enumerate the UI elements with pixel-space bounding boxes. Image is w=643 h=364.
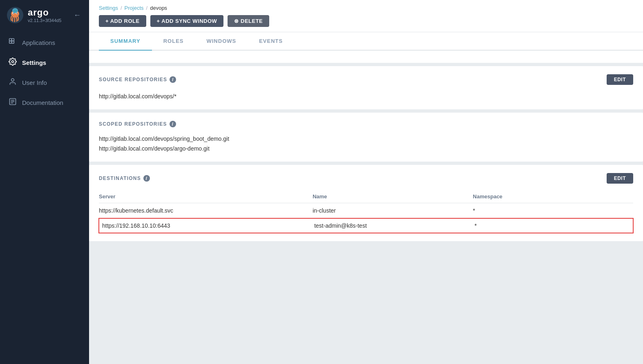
destinations-title-text: DESTINATIONS (99, 175, 141, 181)
documentation-icon (8, 98, 17, 108)
delete-button[interactable]: ⊗ DELETE (228, 15, 269, 27)
svg-point-12 (12, 61, 14, 63)
source-repos-edit-button[interactable]: EDIT (607, 74, 633, 85)
svg-point-4 (13, 13, 14, 13)
breadcrumb-projects[interactable]: Projects (125, 5, 144, 11)
app-name: argo (28, 7, 61, 18)
table-row: https://192.168.10.10:6443 test-admin@k8… (99, 218, 633, 233)
breadcrumb-current: devops (150, 5, 167, 11)
main-area: Settings / Projects / devops + ADD ROLE … (89, 0, 643, 364)
sidebar-item-documentation[interactable]: Documentation (0, 93, 89, 113)
content-area: SOURCE REPOSITORIES i EDIT http://gitlab… (89, 51, 643, 364)
app-version: v2.11.3+3f344d5 (28, 18, 61, 23)
breadcrumb-settings[interactable]: Settings (99, 5, 118, 11)
destinations-edit-button[interactable]: EDIT (607, 173, 633, 184)
user-icon (8, 78, 17, 88)
source-repos-title: SOURCE REPOSITORIES i (99, 76, 176, 83)
svg-point-7 (13, 9, 17, 13)
sidebar-applications-label: Applications (22, 39, 55, 46)
logo-text: argo v2.11.3+3f344d5 (28, 7, 61, 23)
destinations-panel: DESTINATIONS i EDIT Server Name Namespac… (89, 165, 643, 241)
scoped-repos-title-text: SCOPED REPOSITORIES (99, 121, 167, 127)
source-repos-panel: SOURCE REPOSITORIES i EDIT http://gitlab… (89, 66, 643, 109)
add-sync-window-button[interactable]: + ADD SYNC WINDOW (150, 15, 224, 27)
sidebar: argo v2.11.3+3f344d5 ← Applications (0, 0, 89, 364)
dest-server-0: https://kubernetes.default.svc (99, 203, 313, 218)
destinations-table-head: Server Name Namespace (99, 190, 633, 203)
destinations-header: DESTINATIONS i EDIT (89, 165, 643, 190)
top-spacer-panel (89, 51, 643, 63)
logo-area: argo v2.11.3+3f344d5 ← (0, 0, 89, 29)
sidebar-settings-label: Settings (22, 59, 46, 66)
source-repos-info-icon[interactable]: i (170, 76, 176, 83)
dest-ns-1: * (473, 218, 633, 233)
breadcrumb-sep-2: / (146, 5, 148, 11)
svg-point-13 (11, 79, 14, 82)
tabs-bar: SUMMARY ROLES WINDOWS EVENTS (89, 32, 643, 51)
topbar-actions: + ADD ROLE + ADD SYNC WINDOW ⊗ DELETE (99, 15, 633, 27)
svg-rect-9 (12, 39, 14, 41)
scoped-repo-value-0: http://gitlab.local.com/devops/spring_bo… (99, 134, 633, 144)
scoped-repos-title: SCOPED REPOSITORIES i (99, 121, 176, 127)
dest-ns-0: * (473, 203, 633, 218)
svg-point-5 (16, 13, 17, 13)
breadcrumb-sep-1: / (121, 5, 122, 11)
svg-rect-8 (9, 39, 12, 41)
col-header-server: Server (99, 190, 313, 203)
destinations-info-icon[interactable]: i (143, 175, 150, 182)
scoped-repos-body: http://gitlab.local.com/devops/spring_bo… (89, 134, 643, 162)
svg-rect-11 (12, 41, 14, 43)
table-row: https://kubernetes.default.svc in-cluste… (99, 203, 633, 218)
scoped-repos-info-icon[interactable]: i (170, 121, 176, 127)
dest-server-1: https://192.168.10.10:6443 (99, 218, 313, 233)
col-header-namespace: Namespace (473, 190, 633, 203)
sidebar-item-userinfo[interactable]: User Info (0, 73, 89, 93)
destinations-body: Server Name Namespace https://kubernetes… (89, 190, 643, 241)
sidebar-nav: Applications Settings User Info (0, 29, 89, 113)
argo-logo-icon (7, 7, 24, 24)
breadcrumb: Settings / Projects / devops (99, 5, 633, 11)
scoped-repo-value-1: http://gitlab.local.com/devops/argo-demo… (99, 144, 633, 153)
scoped-repos-panel: SCOPED REPOSITORIES i http://gitlab.loca… (89, 113, 643, 162)
back-button[interactable]: ← (72, 9, 83, 21)
source-repo-value-0: http://gitlab.local.com/devops/* (99, 91, 633, 101)
destinations-table: Server Name Namespace https://kubernetes… (99, 190, 633, 233)
tab-windows[interactable]: WINDOWS (195, 32, 248, 51)
sidebar-item-settings[interactable]: Settings (0, 53, 89, 73)
settings-icon (8, 58, 17, 68)
sidebar-userinfo-label: User Info (22, 79, 47, 86)
applications-icon (8, 38, 17, 48)
sidebar-item-applications[interactable]: Applications (0, 33, 89, 53)
dest-name-1: test-admin@k8s-test (313, 218, 473, 233)
add-role-button[interactable]: + ADD ROLE (99, 15, 146, 27)
svg-rect-10 (9, 41, 12, 43)
destinations-table-body: https://kubernetes.default.svc in-cluste… (99, 203, 633, 233)
destinations-title: DESTINATIONS i (99, 175, 150, 182)
source-repos-title-text: SOURCE REPOSITORIES (99, 77, 167, 82)
source-repos-header: SOURCE REPOSITORIES i EDIT (89, 66, 643, 91)
topbar: Settings / Projects / devops + ADD ROLE … (89, 0, 643, 32)
source-repos-body: http://gitlab.local.com/devops/* (89, 91, 643, 109)
tab-events[interactable]: EVENTS (248, 32, 294, 51)
dest-name-0: in-cluster (313, 203, 473, 218)
tab-roles[interactable]: ROLES (152, 32, 195, 51)
tab-summary[interactable]: SUMMARY (99, 32, 152, 51)
destinations-table-header-row: Server Name Namespace (99, 190, 633, 203)
sidebar-documentation-label: Documentation (22, 99, 63, 106)
col-header-name: Name (313, 190, 473, 203)
scoped-repos-header: SCOPED REPOSITORIES i (89, 113, 643, 134)
